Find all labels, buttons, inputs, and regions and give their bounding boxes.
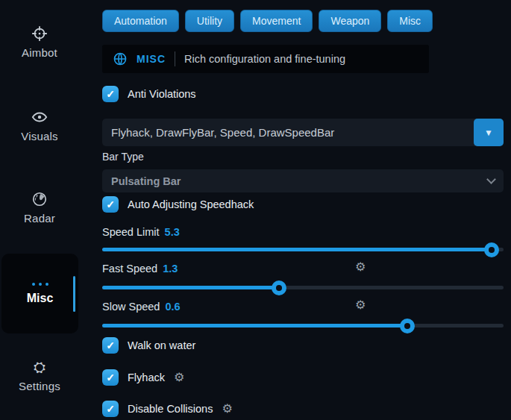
tab-movement[interactable]: Movement (240, 10, 313, 32)
tab-utility[interactable]: Utility (185, 10, 234, 32)
auto-adjusting-row: ✓ Auto Adjusting Speedhack (102, 196, 504, 213)
tab-weapon[interactable]: Weapon (319, 10, 381, 32)
triangle-down-icon: ▼ (484, 128, 493, 138)
category-tabs: Automation Utility Movement Weapon Misc (102, 10, 504, 32)
fast-speed-gear-icon[interactable]: ⚙ (355, 261, 366, 273)
fast-speed-slider-thumb[interactable] (272, 280, 286, 295)
gear-icon: ⛭ (31, 359, 48, 375)
sidebar-item-label: Settings (19, 380, 60, 392)
bar-type-select[interactable]: Pulsating Bar (102, 169, 504, 192)
flyhack-row: ✓ Flyhack ⚙ (102, 369, 504, 386)
sidebar: Aimbot Visuals Radar Misc ⛭ Settings (0, 0, 99, 420)
sidebar-item-label: Misc (27, 292, 54, 305)
disable-collisions-row: ✓ Disable Collisions ⚙ (102, 401, 504, 417)
walk-on-water-checkbox[interactable]: ✓ (102, 337, 119, 354)
sidebar-item-settings[interactable]: ⛭ Settings (0, 359, 79, 392)
speed-limit-slider-thumb[interactable] (484, 242, 499, 257)
fast-speed-row: Fast Speed 1.3 ⚙ (102, 260, 504, 277)
section-header: MISC Rich configuration and fine-tuning (102, 45, 429, 73)
fast-speed-slider[interactable] (102, 286, 504, 289)
sidebar-item-label: Radar (24, 212, 55, 225)
tab-automation[interactable]: Automation (102, 10, 179, 32)
bar-type-value: Pulsating Bar (111, 175, 181, 187)
auto-adjusting-label: Auto Adjusting Speedhack (128, 198, 254, 210)
bar-type-label: Bar Type (102, 151, 504, 163)
anti-violations-row: ✓ Anti Violations (102, 86, 504, 102)
eye-icon (31, 109, 48, 125)
dropdown-open-button[interactable]: ▼ (474, 119, 504, 146)
flyhack-gear-icon[interactable]: ⚙ (174, 372, 184, 383)
walk-on-water-row: ✓ Walk on water (102, 337, 504, 354)
main-panel: Automation Utility Movement Weapon Misc … (99, 0, 511, 420)
disable-collisions-checkbox[interactable]: ✓ (102, 401, 119, 417)
divider (175, 51, 175, 66)
globe-icon (113, 51, 128, 66)
flyhack-label: Flyhack (128, 372, 165, 383)
anti-violations-checkbox[interactable]: ✓ (102, 86, 119, 102)
bar-multiselect[interactable]: Flyhack, DrawFlyBar, Speed, DrawSpeedBar… (102, 119, 504, 146)
flyhack-checkbox[interactable]: ✓ (102, 369, 119, 386)
slow-speed-label: Slow Speed (102, 301, 160, 313)
slow-speed-slider-thumb[interactable] (400, 319, 415, 333)
sidebar-item-misc[interactable]: Misc (1, 254, 78, 333)
sidebar-item-radar[interactable]: Radar (0, 191, 79, 225)
fast-speed-value: 1.3 (163, 263, 178, 275)
sidebar-item-label: Visuals (21, 130, 57, 142)
sidebar-item-label: Aimbot (22, 46, 57, 59)
sidebar-item-visuals[interactable]: Visuals (0, 109, 79, 142)
globe-icon (31, 191, 48, 207)
slow-speed-slider[interactable] (102, 324, 504, 327)
ellipsis-icon (32, 283, 48, 286)
tab-misc[interactable]: Misc (387, 10, 433, 32)
walk-on-water-label: Walk on water (128, 339, 195, 351)
disable-collisions-label: Disable Collisions (128, 403, 213, 415)
section-title: MISC (137, 53, 166, 65)
slow-speed-value: 0.6 (165, 301, 180, 313)
speed-limit-value: 5.3 (165, 226, 180, 238)
speed-limit-row: Speed Limit 5.3 (102, 225, 504, 239)
speed-limit-label: Speed Limit (102, 226, 160, 238)
slow-speed-gear-icon[interactable]: ⚙ (355, 299, 366, 311)
slow-speed-row: Slow Speed 0.6 ⚙ (102, 298, 504, 315)
disable-collisions-gear-icon[interactable]: ⚙ (222, 403, 232, 415)
section-subtitle: Rich configuration and fine-tuning (184, 53, 345, 65)
selected-accent-bar (73, 276, 75, 312)
anti-violations-label: Anti Violations (128, 88, 196, 100)
crosshair-icon (31, 25, 48, 42)
bar-multiselect-value: Flyhack, DrawFlyBar, Speed, DrawSpeedBar (102, 126, 334, 139)
sidebar-item-aimbot[interactable]: Aimbot (0, 25, 79, 59)
auto-adjusting-checkbox[interactable]: ✓ (102, 196, 119, 213)
fast-speed-label: Fast Speed (102, 263, 157, 275)
speed-limit-slider[interactable] (102, 248, 504, 251)
chevron-down-icon (486, 175, 496, 184)
